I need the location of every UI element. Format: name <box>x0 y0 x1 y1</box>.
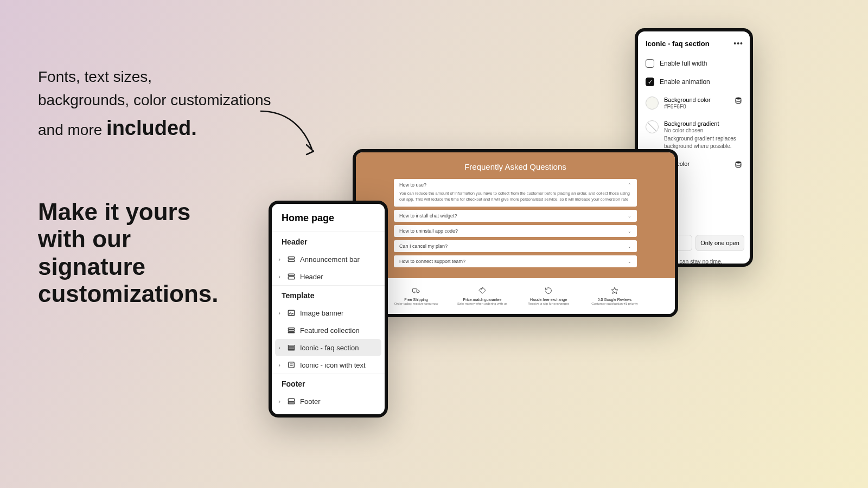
dynamic-source-icon[interactable] <box>735 97 742 106</box>
checkbox-checked-icon[interactable]: ✓ <box>646 78 654 86</box>
svg-rect-21 <box>288 402 294 404</box>
sidebar-label: Featured collection <box>300 326 360 335</box>
faq-item-4[interactable]: Can I cancel my plan?⌄ <box>394 240 637 252</box>
feature-shipping-title: Free Shipping <box>386 298 446 301</box>
checkbox-unchecked-icon[interactable] <box>646 59 654 68</box>
image-icon <box>287 309 296 317</box>
preview-panel: Frequently Asked Questions How to use?⌃ … <box>353 149 678 317</box>
bg-gradient-value: No color chosen <box>664 127 742 133</box>
app-block-icon <box>287 361 296 369</box>
sidebar-item-announcement[interactable]: › Announcement bar <box>272 251 385 268</box>
svg-point-0 <box>736 98 741 100</box>
sidebar-item-image-banner[interactable]: › Image banner <box>272 304 385 322</box>
background-color-row[interactable]: Background color #F6F6F0 <box>638 91 750 115</box>
sidebar-label: Iconic - faq section <box>300 344 359 352</box>
feature-shipping-sub: Order today, receive tomorrow <box>386 302 446 305</box>
faq-q3: How to uninstall app code? <box>399 228 458 234</box>
svg-rect-2 <box>412 289 417 292</box>
sidebar-label: Image banner <box>300 309 343 317</box>
faq-item-2[interactable]: How to install chat widget?⌄ <box>394 210 637 222</box>
faq-item-3[interactable]: How to uninstall app code?⌄ <box>394 225 637 237</box>
faq-item-5[interactable]: How to connect support team?⌄ <box>394 255 637 267</box>
chevron-right-icon: › <box>276 398 283 404</box>
svg-rect-17 <box>289 362 295 368</box>
header-icon <box>287 272 296 281</box>
truck-icon <box>386 286 446 296</box>
svg-rect-12 <box>288 330 294 332</box>
chevron-right-icon: › <box>276 344 283 351</box>
accordion-only-one-button[interactable]: Only one open <box>695 235 744 251</box>
faq-q2: How to install chat widget? <box>399 213 457 219</box>
group-footer: Footer <box>272 374 385 393</box>
faq-q5: How to connect support team? <box>399 259 465 264</box>
announcement-icon <box>287 255 296 264</box>
sidebar-label: Footer <box>300 397 321 406</box>
sidebar-item-footer[interactable]: › Footer <box>272 393 385 410</box>
feature-reviews-title: 5.0 Google Reviews <box>585 298 644 301</box>
icon-with-text-row: Free Shipping Order today, receive tomor… <box>356 278 675 311</box>
enable-animation-row[interactable]: ✓ Enable animation <box>638 73 750 91</box>
svg-rect-10 <box>288 310 294 316</box>
sidebar-item-header[interactable]: › Header <box>272 268 385 285</box>
svg-point-5 <box>481 288 482 290</box>
svg-rect-16 <box>288 350 294 350</box>
svg-rect-11 <box>288 328 294 330</box>
subscribe-section: Subscribe to our emails Email → <box>356 311 675 317</box>
sidebar-label: Iconic - icon with text <box>300 361 366 369</box>
bg-gradient-note: Background gradient replaces background … <box>664 135 742 150</box>
svg-rect-6 <box>288 257 294 259</box>
faq-q4: Can I cancel my plan? <box>399 243 448 249</box>
chevron-right-icon: › <box>276 273 283 280</box>
return-icon <box>519 286 578 296</box>
bg-color-value: #F6F6F0 <box>664 104 711 110</box>
footer-icon <box>287 397 296 406</box>
settings-title: Iconic - faq section <box>646 40 710 48</box>
enable-full-width-row[interactable]: Enable full width <box>638 54 750 73</box>
group-header: Header <box>272 232 385 251</box>
feature-reviews: 5.0 Google Reviews Customer satisfaction… <box>585 286 644 305</box>
group-template: Template <box>272 285 385 304</box>
chevron-right-icon: › <box>276 256 283 262</box>
more-icon[interactable]: ••• <box>733 39 743 48</box>
svg-point-4 <box>417 292 418 293</box>
svg-rect-8 <box>288 274 294 275</box>
bg-gradient-label: Background gradient <box>664 120 742 127</box>
sidebar-label: Announcement bar <box>300 255 360 264</box>
svg-rect-13 <box>288 332 294 333</box>
feature-price-title: Price-match guarantee <box>452 298 512 301</box>
swatch-bg-gradient[interactable] <box>646 120 659 133</box>
feature-price: Price-match guarantee Safe money when or… <box>452 286 512 305</box>
chevron-up-icon: ⌃ <box>628 183 631 188</box>
sidebar-item-featured[interactable]: Featured collection <box>272 322 385 339</box>
chevron-down-icon: ⌄ <box>628 244 631 249</box>
sidebar-label: Header <box>300 273 323 281</box>
faq-q1: How to use? <box>399 182 426 188</box>
section-icon <box>287 343 296 352</box>
svg-rect-20 <box>288 399 294 401</box>
lead-line-3a: and more <box>38 121 106 138</box>
svg-rect-7 <box>288 260 294 262</box>
faq-item-1[interactable]: How to use?⌃ You can reduce the amount o… <box>394 179 637 207</box>
enable-full-width-label: Enable full width <box>660 60 707 67</box>
chevron-down-icon: ⌄ <box>628 259 631 264</box>
star-icon <box>585 286 644 296</box>
chevron-right-icon: › <box>276 310 283 316</box>
lead-line-3b: included. <box>106 117 197 139</box>
feature-reviews-sub: Customer satisfaction #1 priority <box>585 302 644 305</box>
collection-icon <box>287 326 296 335</box>
tag-icon <box>452 286 512 296</box>
sidebar-item-faq[interactable]: › Iconic - faq section <box>275 339 381 356</box>
faq-a1: You can reduce the amount of information… <box>394 191 637 207</box>
svg-rect-14 <box>288 345 294 347</box>
sidebar-panel: Home page Header › Announcement bar › He… <box>269 201 388 418</box>
faq-section: Frequently Asked Questions How to use?⌃ … <box>356 152 675 278</box>
feature-return-sub: Receive a slip for exchanges <box>519 302 578 305</box>
sidebar-item-icon-text[interactable]: › Iconic - icon with text <box>272 356 385 374</box>
feature-return-title: Hassle-free exchange <box>519 298 578 301</box>
swatch-bg-color[interactable] <box>646 97 659 110</box>
feature-return: Hassle-free exchange Receive a slip for … <box>519 286 578 305</box>
svg-point-1 <box>736 162 741 164</box>
arrow-icon <box>255 106 326 165</box>
dynamic-source-icon[interactable] <box>735 160 742 170</box>
chevron-down-icon: ⌄ <box>628 214 631 219</box>
